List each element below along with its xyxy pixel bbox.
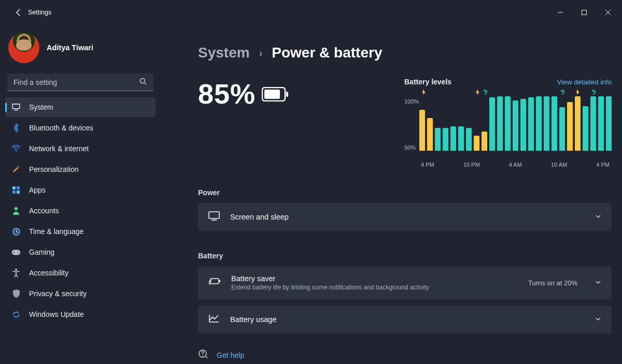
sidebar-item-accessibility[interactable]: Accessibility — [5, 263, 156, 283]
chart-markers — [421, 89, 612, 96]
svg-rect-27 — [209, 212, 219, 219]
minimize-button[interactable] — [548, 2, 572, 23]
avatar — [8, 32, 39, 63]
close-button[interactable] — [596, 2, 620, 23]
brush-icon — [11, 165, 21, 174]
title-bar: Settings — [0, 0, 622, 25]
sidebar-item-system[interactable]: System — [5, 97, 156, 117]
plug-icon — [560, 89, 566, 96]
section-header-battery: Battery — [198, 252, 612, 260]
sidebar: Aditya Tiwari SystemBluetooth & devicesN… — [0, 25, 161, 364]
sidebar-item-privacy-security[interactable]: Privacy & security — [5, 284, 156, 303]
chart-bar — [419, 110, 425, 151]
chart-bar — [427, 118, 433, 151]
breadcrumb: System › Power & battery — [198, 45, 612, 61]
search-input[interactable] — [7, 74, 153, 91]
sidebar-item-label: Personalization — [29, 165, 79, 173]
sidebar-item-label: Time & language — [29, 227, 83, 236]
lightning-icon — [475, 89, 480, 96]
chart-bar — [497, 96, 503, 151]
chart-bar — [598, 96, 604, 151]
chevron-down-icon — [595, 315, 601, 324]
chart-x-axis: 4 PM10 PM4 AM10 AM4 PM — [421, 162, 612, 168]
sidebar-item-personalization[interactable]: Personalization — [5, 159, 156, 179]
xtick: 4 AM — [509, 162, 522, 168]
plug-icon — [483, 89, 488, 96]
get-help-link[interactable]: Get help — [217, 351, 244, 359]
row-subtitle: Extend battery life by limiting some not… — [231, 284, 429, 291]
maximize-button[interactable] — [572, 2, 596, 23]
svg-rect-30 — [219, 280, 220, 282]
chart-bar — [590, 96, 596, 151]
gamepad-icon — [11, 247, 21, 257]
window-controls — [548, 2, 620, 23]
chart-bar — [567, 102, 573, 151]
chart-bar — [482, 132, 487, 151]
chart-bar — [583, 106, 588, 151]
svg-point-23 — [15, 269, 17, 271]
search-box[interactable] — [7, 74, 153, 91]
chevron-right-icon: › — [259, 47, 263, 59]
section-header-power: Power — [198, 188, 612, 197]
svg-rect-1 — [582, 10, 587, 15]
apps-icon — [11, 185, 21, 195]
sidebar-item-bluetooth-devices[interactable]: Bluetooth & devices — [5, 118, 156, 138]
sidebar-item-label: Accounts — [29, 207, 59, 215]
row-value: Turns on at 20% — [528, 279, 577, 287]
battery-usage-row[interactable]: Battery usage — [198, 305, 612, 333]
chart-bar — [466, 128, 472, 151]
chart-bar — [450, 126, 456, 151]
chart-line-icon — [208, 314, 220, 325]
lightning-icon — [421, 89, 427, 96]
app-title: Settings — [28, 9, 51, 16]
sidebar-item-label: Accessibility — [29, 269, 68, 277]
sidebar-item-label: System — [29, 103, 53, 111]
chart-y-axis: 100% 50% — [404, 96, 419, 151]
row-title: Battery usage — [230, 315, 276, 324]
svg-rect-18 — [12, 250, 20, 255]
chart-bar — [435, 128, 441, 151]
sidebar-item-time-language[interactable]: Time & language — [5, 222, 156, 241]
chart-bar — [606, 96, 612, 151]
sidebar-item-apps[interactable]: Apps — [5, 180, 156, 200]
sidebar-item-windows-update[interactable]: Windows Update — [5, 304, 156, 324]
monitor-icon — [11, 103, 21, 112]
chart-bar — [528, 97, 534, 151]
sidebar-item-gaming[interactable]: Gaming — [5, 242, 156, 262]
chart-bar — [443, 128, 448, 151]
chevron-down-icon — [595, 212, 601, 222]
sidebar-item-label: Network & internet — [29, 144, 89, 153]
breadcrumb-parent[interactable]: System — [198, 45, 250, 61]
main-content: System › Power & battery 85% Battery lev… — [161, 25, 622, 364]
sidebar-item-network-internet[interactable]: Network & internet — [5, 139, 156, 158]
user-name: Aditya Tiwari — [47, 43, 93, 52]
svg-point-22 — [18, 252, 19, 253]
chevron-down-icon — [595, 278, 601, 287]
xtick: 10 PM — [463, 162, 480, 168]
screen-and-sleep-row[interactable]: Screen and sleep — [198, 203, 612, 231]
plug-icon — [590, 89, 596, 96]
accessibility-icon — [11, 268, 21, 278]
lightning-icon — [575, 89, 581, 96]
sidebar-item-label: Bluetooth & devices — [29, 124, 93, 132]
update-icon — [11, 310, 21, 319]
chart-bars — [419, 96, 612, 151]
svg-line-5 — [145, 83, 147, 85]
ytick: 50% — [404, 144, 419, 151]
profile-block[interactable]: Aditya Tiwari — [4, 27, 157, 71]
svg-point-14 — [15, 207, 18, 210]
sidebar-item-label: Privacy & security — [29, 289, 87, 298]
svg-rect-26 — [264, 90, 280, 99]
battery-saver-row[interactable]: Battery saver Extend battery life by lim… — [198, 266, 612, 299]
svg-point-21 — [17, 251, 18, 252]
svg-rect-11 — [17, 186, 20, 190]
sidebar-item-accounts[interactable]: Accounts — [5, 201, 156, 221]
back-button[interactable] — [10, 9, 27, 16]
page-title: Power & battery — [272, 45, 382, 61]
screen-icon — [208, 211, 220, 223]
view-detailed-link[interactable]: View detailed info — [557, 78, 612, 86]
battery-chart[interactable]: Battery levels View detailed info 100% 5… — [404, 78, 612, 168]
nav-list: SystemBluetooth & devicesNetwork & inter… — [4, 97, 157, 324]
xtick: 4 PM — [421, 162, 434, 168]
bluetooth-icon — [11, 123, 21, 133]
